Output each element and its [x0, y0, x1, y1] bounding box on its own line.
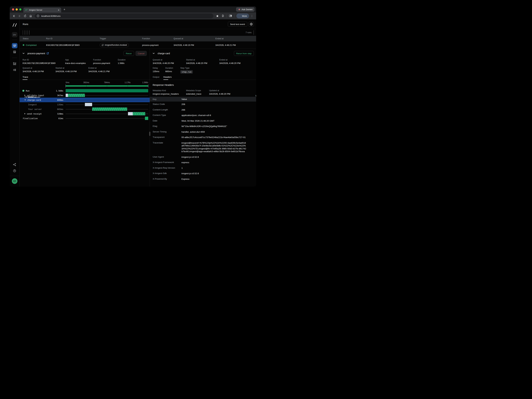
- tab-strip: Inngest Server ✕ + Ask Gemini: [10, 6, 256, 12]
- trace-row-finalization[interactable]: Finalization 61ms: [19, 116, 150, 121]
- rerun-from-step-button[interactable]: Rerun from step: [234, 51, 254, 56]
- extensions-icon[interactable]: [220, 13, 225, 18]
- step-type-chip: step.run: [180, 70, 193, 74]
- show-search-button[interactable]: Show search: [23, 30, 23, 35]
- timeline-minimap[interactable]: [66, 85, 148, 87]
- trace-bar-segment: [68, 94, 85, 97]
- sidebar-item-search[interactable]: [12, 49, 18, 55]
- url-text: localhost:8288/runs: [41, 15, 61, 17]
- tab-trace[interactable]: Trace: [23, 76, 28, 80]
- browser-window: Inngest Server ✕ + Ask Gemini: [10, 6, 256, 186]
- share-button[interactable]: [12, 162, 18, 167]
- run-detail-pane: process-payment Rerun Cancel Run ID 01KJ…: [19, 49, 150, 186]
- trace-bar-segment: [145, 117, 148, 120]
- forward-button[interactable]: [17, 13, 22, 18]
- tab-headers[interactable]: Headers: [163, 76, 172, 80]
- header-row: Server-Timinghandler, action;dur=659: [150, 129, 256, 135]
- chevron-right-icon[interactable]: [24, 94, 25, 96]
- window-controls: [10, 8, 23, 11]
- settings-hex-icon: [250, 23, 253, 26]
- response-headers-title: Response Headers: [153, 84, 256, 86]
- new-tab-button[interactable]: +: [63, 8, 65, 11]
- address-bar[interactable]: localhost:8288/runs: [35, 13, 213, 18]
- headers-table: Key Value Status Code206 Content-Length2…: [150, 97, 256, 182]
- close-tab-icon[interactable]: ✕: [58, 9, 60, 11]
- pane-resize-handle[interactable]: [149, 132, 150, 136]
- header-row: Content-Typeapplication/json; charset=ut…: [150, 113, 256, 118]
- time-filter: Queued at Last 3d: [25, 30, 25, 35]
- tab-output[interactable]: Output: [153, 76, 159, 80]
- function-name: process-payment: [142, 44, 174, 46]
- open-run-external-icon[interactable]: [47, 52, 49, 55]
- close-window-button[interactable]: [12, 8, 14, 11]
- headers-table-header: Key Value: [150, 97, 256, 102]
- ask-gemini-button[interactable]: Ask Gemini: [236, 7, 254, 12]
- trace-bar-segment: [66, 89, 148, 92]
- header-row: DateWed, 04 Mar 2026 21:46:20 GMT: [150, 118, 256, 124]
- app-sidebar: DV: [10, 19, 19, 186]
- app-filter: App All: [29, 30, 29, 35]
- duration-value: 1.568s: [118, 62, 126, 64]
- function-link[interactable]: process-payment: [93, 62, 118, 64]
- queued-at: 3/4/2026, 4:46:19 PM: [174, 44, 215, 46]
- search-tabs-icon[interactable]: [228, 13, 233, 18]
- app-link[interactable]: trace-docs-examples: [65, 62, 93, 64]
- run-id-value: 01KJXD1TQCZ852GMEX0CQF3D69: [23, 62, 65, 64]
- timeline-axis: 0ms 392ms 784ms 1.176s 1.568s: [66, 81, 148, 84]
- header-row: Traceparent00-a8bc2f17c4ccce87cc7376e524…: [150, 135, 256, 140]
- send-test-event-button[interactable]: Send test event: [228, 22, 247, 27]
- minimize-window-button[interactable]: [16, 8, 18, 11]
- ended-at: 3/4/2026, 4:46:21 PM: [215, 44, 256, 46]
- header-row: User-Agentinngest-js:v3.52.6: [150, 154, 256, 160]
- bookmark-star-icon[interactable]: [215, 13, 220, 18]
- step-title: charge-card: [158, 52, 170, 55]
- profile-button[interactable]: Work: [236, 13, 249, 18]
- trace-row-your-server[interactable]: Your server 665ms: [19, 107, 150, 111]
- inngest-logo: [12, 23, 17, 28]
- back-button[interactable]: [11, 13, 16, 18]
- trace-waterfall: 0ms 392ms 784ms 1.176s 1.568s: [19, 80, 150, 186]
- run-id: 01KJXD1TQCZ852GMEX0CQF3D69: [46, 44, 100, 46]
- collapse-run-chevron[interactable]: [23, 53, 25, 54]
- table-row[interactable]: Completed 01KJXD1TQCZ852GMEX0CQF3D69 inn…: [19, 41, 256, 49]
- trace-row-run[interactable]: Run 1.568s: [19, 88, 150, 93]
- trace-row-inngest[interactable]: Inngest 135ms: [19, 102, 150, 107]
- dev-tools-button[interactable]: [12, 178, 18, 184]
- trace-bar-segment: [66, 94, 68, 97]
- trace-bar-segment: [133, 112, 145, 115]
- help-button[interactable]: [12, 168, 18, 173]
- trace-row-validate-input[interactable]: validate-input 367ms: [19, 93, 150, 98]
- sidebar-item-events[interactable]: [12, 67, 18, 73]
- trace-bar-segment: [128, 112, 133, 115]
- chevron-down-icon[interactable]: [24, 99, 26, 101]
- trace-row-charge-card[interactable]: charge-card 800ms: [19, 98, 150, 102]
- status-filter: Status All: [27, 30, 27, 35]
- zoom-window-button[interactable]: [19, 8, 21, 11]
- run-check-icon: [22, 90, 25, 92]
- browser-toolbar: localhost:8288/runs Work ⋮: [10, 12, 256, 19]
- trace-row-send-receipt[interactable]: send-receipt 328ms: [19, 111, 150, 116]
- event-icon: [102, 44, 104, 46]
- avatar: [237, 14, 241, 18]
- table-header: Status Run ID Trigger Function Queued at…: [19, 36, 256, 41]
- trigger-badge[interactable]: inngest/function.invoked: [100, 43, 129, 47]
- settings-button[interactable]: [248, 22, 254, 27]
- header-row: X-Inngest-Sdkinngest-js:v3.52.6: [150, 171, 256, 176]
- header-row: Content-Length266: [150, 107, 256, 113]
- header-row: X-Inngest-Frameworkexpress: [150, 160, 256, 165]
- run-title: process-payment: [27, 52, 45, 55]
- gemini-sparkle-icon: [238, 8, 241, 11]
- env-badge[interactable]: DV: [12, 32, 17, 37]
- collapse-step-chevron[interactable]: [153, 53, 155, 54]
- sidebar-item-runs[interactable]: [12, 43, 18, 48]
- cancel-button[interactable]: Cancel: [136, 51, 147, 56]
- table-columns-dropdown[interactable]: Table columns: [253, 30, 254, 35]
- step-detail-pane: charge-card Rerun from step Queued at 3/…: [150, 49, 256, 186]
- rerun-button[interactable]: Rerun: [124, 51, 134, 56]
- trace-bar-segment: [85, 103, 92, 106]
- chevron-right-icon[interactable]: [24, 113, 25, 115]
- runs-count: 7 runs: [246, 31, 252, 34]
- header-row: Status Code206: [150, 102, 256, 107]
- trace-bar-segment: [92, 107, 127, 111]
- sidebar-item-apps[interactable]: [12, 61, 18, 66]
